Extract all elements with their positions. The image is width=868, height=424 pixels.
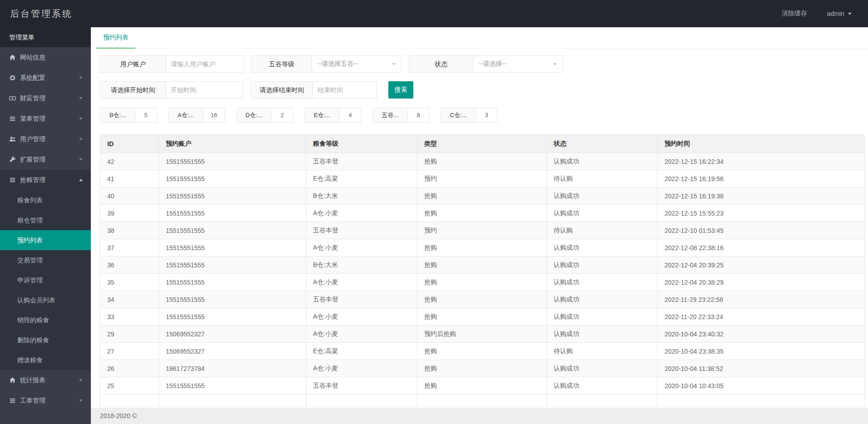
- search-button[interactable]: 搜索: [388, 81, 413, 99]
- stat-value: 2: [271, 108, 293, 123]
- sidebar-item-label: 统计报表: [20, 376, 45, 385]
- sidebar-item-website-info[interactable]: 网站信息: [0, 47, 91, 68]
- table-cell: 35: [100, 274, 159, 291]
- table-cell: 五谷丰登: [306, 222, 417, 239]
- chevron-down-icon: [553, 63, 557, 65]
- sidebar-item-wealth-mgmt[interactable]: 财富管理: [0, 88, 91, 108]
- sidebar-item-label: 抢粮管理: [20, 176, 45, 184]
- table-cell: 15515551555: [159, 205, 306, 222]
- list-icon: [9, 115, 16, 122]
- table-cell: 认购成功: [547, 256, 658, 274]
- sidebar-subitem-grain-list[interactable]: 粮食列表: [0, 190, 91, 210]
- user-menu[interactable]: admin: [827, 10, 852, 17]
- table-cell: 2020-10-04 23:38:35: [658, 343, 865, 360]
- start-time-input[interactable]: [166, 81, 243, 99]
- app-title: 后台管理系统: [0, 8, 73, 20]
- table-cell: 抢购: [417, 360, 547, 377]
- filter-start-time: 请选择开始时间: [100, 81, 243, 99]
- reservation-table: ID预约账户粮食等级类型状态预约时间 4215515551555五谷丰登抢购认购…: [100, 134, 865, 412]
- table-cell: 2022-12-15 16:22:34: [658, 153, 865, 170]
- table-cell: 抢购: [417, 274, 547, 291]
- main-content: 预约列表 用户账户五谷等级--请选择五谷--状态--请选择-- 请选择开始时间请…: [91, 27, 868, 424]
- table-cell: 待认购: [547, 222, 658, 239]
- table-cell: 26: [100, 360, 159, 377]
- table-cell: 抢购: [417, 239, 547, 256]
- sidebar-item-extension-mgmt[interactable]: 扩展管理: [0, 149, 91, 170]
- table-cell: 抢购: [417, 205, 547, 222]
- chevron-up-icon: [79, 179, 83, 181]
- table-cell: 待认购: [547, 170, 658, 187]
- table-cell: 2022-12-15 15:55:23: [658, 205, 865, 222]
- table-body: 4215515551555五谷丰登抢购认购成功2022-12-15 16:22:…: [100, 153, 865, 412]
- sidebar-subitem-appeal-mgmt[interactable]: 申诉管理: [0, 270, 91, 290]
- sidebar-item-system-config[interactable]: 系统配置: [0, 68, 91, 88]
- table-cell: 2022-12-04 20:39:25: [658, 256, 865, 274]
- table-cell: 五谷丰登: [306, 153, 417, 170]
- sidebar-item-grain-rush-mgmt[interactable]: 抢粮管理: [0, 170, 91, 190]
- table-cell: B仓:大米: [306, 256, 417, 274]
- wrench-icon: [9, 156, 16, 163]
- tab-reservation-list[interactable]: 预约列表: [96, 27, 135, 49]
- table-cell: 抢购: [417, 187, 547, 205]
- sidebar-subitem-subscribe-member-list[interactable]: 认购会员列表: [0, 290, 91, 310]
- table-cell: 认购成功: [547, 239, 658, 256]
- table-cell: A仓:小麦: [306, 308, 417, 325]
- chevron-down-icon: [79, 158, 83, 161]
- stat-box: A仓:...16: [168, 108, 225, 123]
- table-header-row: ID预约账户粮食等级类型状态预约时间: [100, 135, 865, 153]
- grain-grade-select[interactable]: --请选择五谷--: [312, 55, 402, 73]
- sidebar-subitem-reservation-list[interactable]: 预约列表: [0, 230, 91, 250]
- table-row: 3415515551555五谷丰登抢购认购成功2022-11-29 23:22:…: [100, 291, 865, 308]
- users-icon: [9, 136, 16, 143]
- table-cell: 2022-12-15 16:19:56: [658, 170, 865, 187]
- table-cell: 34: [100, 291, 159, 308]
- sidebar-item-workorder-mgmt[interactable]: 工单管理: [0, 390, 91, 411]
- column-header: 预约时间: [658, 135, 865, 153]
- table-cell: 38: [100, 222, 159, 239]
- table-cell: A仓:小麦: [306, 239, 417, 256]
- home-icon: [9, 54, 16, 61]
- sidebar-subitem-granary-mgmt[interactable]: 粮仓管理: [0, 210, 91, 230]
- clear-cache-link[interactable]: 清除缓存: [782, 10, 807, 18]
- sidebar-item-stats-report[interactable]: 统计报表: [0, 370, 91, 390]
- table-cell: A仓:小麦: [306, 325, 417, 343]
- sidebar-item-label: 用户管理: [20, 135, 45, 143]
- table-cell: 40: [100, 187, 159, 205]
- sidebar-subitem-trade-mgmt[interactable]: 交易管理: [0, 250, 91, 270]
- sidebar-item-label: 财富管理: [20, 94, 45, 103]
- table-cell: 2022-12-08 22:38:16: [658, 239, 865, 256]
- top-header: 后台管理系统 清除缓存 admin: [0, 0, 868, 27]
- table-cell: 预约: [417, 170, 547, 187]
- filter-row-2-pairs: 请选择开始时间请选择结束时间: [100, 81, 384, 99]
- table-cell: 认购成功: [547, 360, 658, 377]
- table-cell: 2022-12-04 20:38:29: [658, 274, 865, 291]
- stat-box: B仓:...5: [100, 108, 157, 123]
- table-row: 3915515551555A仓:小麦抢购认购成功2022-12-15 15:55…: [100, 205, 865, 222]
- end-time-input[interactable]: [312, 81, 377, 99]
- sidebar-item-menu-mgmt[interactable]: 菜单管理: [0, 108, 91, 129]
- stat-label: 五谷...: [372, 108, 408, 123]
- column-header: 粮食等级: [306, 135, 417, 153]
- table-cell: 33: [100, 308, 159, 325]
- sidebar: 管理菜单 网站信息系统配置财富管理菜单管理用户管理扩展管理抢粮管理粮食列表粮仓管…: [0, 27, 91, 424]
- sidebar-item-label: 系统配置: [20, 74, 45, 82]
- sidebar-item-label: 菜单管理: [20, 115, 45, 123]
- copyright: 2018-2020 ©: [100, 412, 137, 419]
- stat-label: D仓:...: [236, 108, 272, 123]
- sidebar-item-user-mgmt[interactable]: 用户管理: [0, 129, 91, 149]
- username: admin: [827, 10, 844, 17]
- sidebar-subitem-destroyed-grain[interactable]: 销毁的粮食: [0, 310, 91, 330]
- sidebar-item-label: 扩展管理: [20, 156, 45, 164]
- sidebar-subitem-deleted-grain[interactable]: 删除的粮食: [0, 330, 91, 350]
- table-cell: 15515551555: [159, 256, 306, 274]
- home-icon: [9, 377, 16, 384]
- table-row: 3315515551555A仓:小麦抢购认购成功2022-11-20 22:33…: [100, 308, 865, 325]
- stat-label: C仓:...: [441, 108, 476, 123]
- table-cell: 42: [100, 153, 159, 170]
- chevron-down-icon: [79, 138, 83, 140]
- table-cell: 五谷丰登: [306, 377, 417, 394]
- sidebar-subitem-gifted-grain[interactable]: 赠送粮食: [0, 350, 91, 370]
- status-select[interactable]: --请选择--: [473, 55, 563, 73]
- user-account-input[interactable]: [166, 55, 244, 73]
- filter-status: 状态--请选择--: [409, 55, 563, 73]
